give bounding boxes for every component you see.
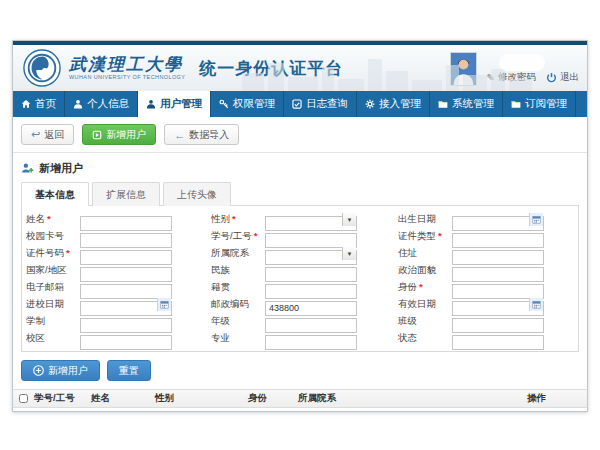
- field-gender: 性别* ▼: [207, 212, 394, 227]
- field-label: 籍贯: [211, 281, 230, 294]
- nav-access-management[interactable]: 接入管理: [357, 91, 430, 117]
- field-label: 电子邮箱: [26, 281, 64, 294]
- field-label: 年级: [211, 315, 230, 328]
- basic-info-form: 姓名* 性别* ▼ 出生日期 校园卡号 学号/工号* 证件类型*: [21, 205, 579, 352]
- log-icon: [292, 99, 302, 109]
- field-label: 姓名: [26, 213, 45, 226]
- field-label: 身份: [398, 281, 417, 294]
- nav-system-management[interactable]: 系统管理: [430, 91, 503, 117]
- field-label: 校区: [26, 332, 45, 345]
- gear-icon: [365, 99, 375, 109]
- column-operations: 操作: [527, 392, 587, 405]
- data-import-button[interactable]: ← 数据导入: [164, 124, 239, 145]
- app-window: 武漢理工大學 WUHAN UNIVERSITY OF TECHNOLOGY 统一…: [12, 40, 588, 412]
- tab-extended-info[interactable]: 扩展信息: [92, 182, 160, 206]
- table-header: 学号/工号 姓名 性别 身份 所属院系 操作: [13, 389, 587, 408]
- users-icon: [146, 99, 156, 109]
- user-table: 学号/工号 姓名 性别 身份 所属院系 操作: [13, 389, 587, 412]
- required-asterisk: *: [66, 247, 70, 260]
- add-user-icon: [92, 130, 102, 140]
- nav-label: 订阅管理: [525, 97, 567, 111]
- subscribe-icon: [511, 99, 521, 109]
- nav-log-query[interactable]: 日志查询: [284, 91, 357, 117]
- field-label: 邮政编码: [211, 298, 249, 311]
- university-name-cn: 武漢理工大學: [69, 56, 185, 73]
- nav-label: 接入管理: [379, 97, 421, 111]
- university-logo: [23, 49, 61, 87]
- field-native-place: 籍贯: [207, 280, 394, 295]
- nav-subscription-management[interactable]: 订阅管理: [503, 91, 576, 117]
- section-title: 新增用户: [21, 161, 579, 176]
- header: 武漢理工大學 WUHAN UNIVERSITY OF TECHNOLOGY 统一…: [13, 45, 587, 91]
- major-input[interactable]: [265, 335, 357, 350]
- nav-label: 日志查询: [306, 97, 348, 111]
- add-user-toolbar-button[interactable]: 新增用户: [82, 124, 156, 145]
- nav-label: 个人信息: [87, 97, 129, 111]
- tab-upload-avatar[interactable]: 上传头像: [163, 182, 231, 206]
- main-nav: 首页 个人信息 用户管理 权限管理 日志查询 接入管理 系统管理 订阅管理: [13, 91, 587, 117]
- required-asterisk: *: [254, 230, 258, 243]
- back-button[interactable]: ↩ 返回: [21, 124, 74, 145]
- select-all-checkbox[interactable]: [19, 394, 28, 403]
- field-valid-date: 有效日期: [394, 297, 580, 312]
- header-decoration: [499, 54, 545, 71]
- university-titles: 武漢理工大學 WUHAN UNIVERSITY OF TECHNOLOGY: [69, 56, 185, 80]
- field-label: 证件号码: [26, 247, 64, 260]
- new-user-icon: [21, 162, 34, 175]
- dropdown-arrow-icon[interactable]: ▼: [342, 247, 356, 260]
- logout-label: 退出: [560, 71, 579, 84]
- field-education-length: 学制: [22, 314, 207, 329]
- submit-add-user-button[interactable]: 新增用户: [21, 360, 100, 381]
- nav-permission-management[interactable]: 权限管理: [211, 91, 284, 117]
- column-student-id: 学号/工号: [34, 392, 91, 405]
- field-label: 进校日期: [26, 298, 64, 311]
- field-label: 有效日期: [398, 298, 436, 311]
- field-identity: 身份*: [394, 280, 580, 295]
- field-id-type: 证件类型*: [394, 229, 580, 244]
- logout-link[interactable]: 退出: [546, 71, 579, 84]
- plus-circle-icon: [33, 365, 44, 376]
- power-icon: [546, 72, 557, 83]
- content-area: ↩ 返回 新增用户 ← 数据导入 新增用户 基本信息 扩展信息 上传头像: [13, 117, 587, 412]
- field-label: 证件类型: [398, 230, 436, 243]
- university-name-en: WUHAN UNIVERSITY OF TECHNOLOGY: [69, 74, 185, 80]
- nav-label: 权限管理: [233, 97, 275, 111]
- nav-label: 首页: [35, 97, 56, 111]
- field-label: 专业: [211, 332, 230, 345]
- field-label: 状态: [398, 332, 417, 345]
- calendar-icon[interactable]: [529, 298, 543, 311]
- dropdown-arrow-icon[interactable]: ▼: [342, 213, 356, 226]
- field-major: 专业: [207, 331, 394, 346]
- field-class: 班级: [394, 314, 580, 329]
- nav-profile[interactable]: 个人信息: [65, 91, 138, 117]
- field-campus-card: 校园卡号: [22, 229, 207, 244]
- status-input[interactable]: [452, 335, 544, 350]
- city-skyline-decoration: [242, 53, 532, 91]
- field-ethnicity: 民族: [207, 263, 394, 278]
- calendar-icon[interactable]: [529, 213, 543, 226]
- required-asterisk: *: [47, 213, 51, 226]
- field-label: 住址: [398, 247, 417, 260]
- profile-icon: [73, 99, 83, 109]
- field-label: 民族: [211, 264, 230, 277]
- field-label: 学制: [26, 315, 45, 328]
- field-label: 学号/工号: [211, 230, 252, 243]
- key-icon: [219, 99, 229, 109]
- campus-input[interactable]: [80, 335, 172, 350]
- tab-basic-info[interactable]: 基本信息: [21, 182, 89, 206]
- column-identity: 身份: [248, 392, 298, 405]
- toolbar: ↩ 返回 新增用户 ← 数据导入: [13, 117, 587, 153]
- reset-button[interactable]: 重置: [107, 360, 151, 381]
- nav-home[interactable]: 首页: [13, 91, 65, 117]
- section-title-text: 新增用户: [39, 161, 83, 176]
- field-label: 所属院系: [211, 247, 249, 260]
- field-status: 状态: [394, 331, 580, 346]
- field-campus: 校区: [22, 331, 207, 346]
- empty-table-body: [13, 408, 587, 412]
- nav-user-management[interactable]: 用户管理: [138, 91, 211, 117]
- calendar-icon[interactable]: [157, 298, 171, 311]
- field-student-id: 学号/工号*: [207, 229, 394, 244]
- field-political-status: 政治面貌: [394, 263, 580, 278]
- field-entry-date: 进校日期: [22, 297, 207, 312]
- back-label: 返回: [44, 128, 64, 142]
